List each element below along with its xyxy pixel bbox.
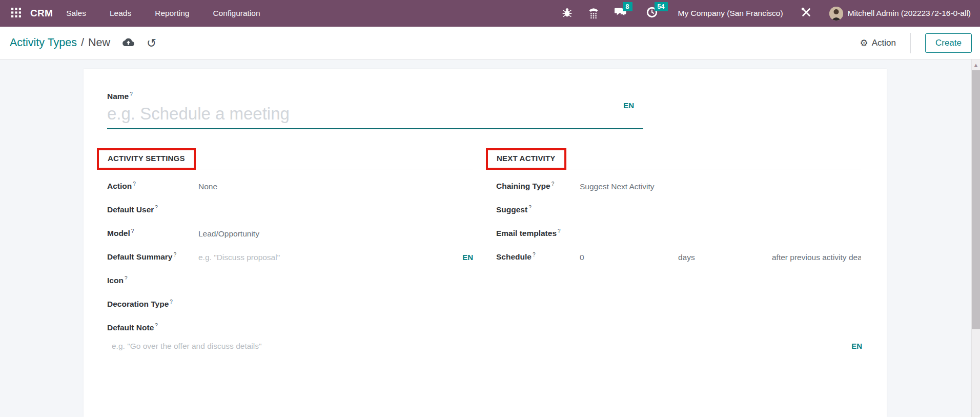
- default-note-translation-badge[interactable]: EN: [851, 342, 863, 350]
- top-navbar: CRM Sales Leads Reporting Configuration: [0, 0, 980, 27]
- messages-button[interactable]: 8: [615, 7, 627, 20]
- scrollbar-thumb[interactable]: [972, 70, 980, 329]
- default-note-field-label: Default Note?: [107, 323, 198, 332]
- next-activity-section: NEXT ACTIVITY Chaining Type? Suggest Nex…: [496, 148, 861, 335]
- chaining-type-field-row: Chaining Type? Suggest Next Activity: [496, 181, 861, 194]
- user-avatar[interactable]: [829, 7, 843, 21]
- decoration-type-field-label: Decoration Type?: [107, 299, 198, 309]
- default-user-field-row: Default User?: [107, 205, 473, 217]
- name-help-marker: ?: [130, 91, 133, 97]
- schedule-field-row: Schedule? 0 days after previous activity…: [496, 252, 861, 265]
- vertical-scrollbar[interactable]: ▲: [971, 59, 980, 417]
- default-summary-input[interactable]: [198, 253, 462, 262]
- breadcrumb-current: New: [88, 36, 110, 49]
- model-field-row: Model? Lead/Opportunity: [107, 228, 473, 241]
- default-user-field-label: Default User?: [107, 205, 198, 214]
- model-field-value[interactable]: Lead/Opportunity: [198, 229, 259, 239]
- phone-dialer-icon: [588, 6, 599, 21]
- decoration-type-field-row: Decoration Type?: [107, 299, 473, 312]
- user-menu[interactable]: Mitchell Admin (20222372-16-0-all): [848, 9, 971, 18]
- gear-icon: ⚙: [860, 37, 868, 48]
- tools-icon: [801, 7, 812, 20]
- save-record-button[interactable]: [122, 37, 134, 48]
- menu-configuration[interactable]: Configuration: [213, 9, 260, 18]
- activity-type-form-sheet: Name? EN ACTIVITY SETTINGS Action? None: [84, 69, 887, 417]
- schedule-field-label: Schedule?: [496, 252, 580, 262]
- company-switcher[interactable]: My Company (San Francisco): [678, 9, 783, 18]
- menu-sales[interactable]: Sales: [66, 9, 86, 18]
- action-field-row: Action? None: [107, 181, 473, 194]
- create-button[interactable]: Create: [925, 33, 972, 53]
- activity-settings-section: ACTIVITY SETTINGS Action? None Default U…: [107, 148, 473, 335]
- email-templates-field-row: Email templates?: [496, 228, 861, 241]
- breadcrumb-activity-types-link[interactable]: Activity Types: [10, 36, 77, 49]
- name-field-group: Name? EN: [107, 91, 863, 129]
- breadcrumb-separator: /: [81, 36, 84, 49]
- default-summary-field-row: Default Summary? EN: [107, 252, 473, 265]
- apps-menu-button[interactable]: [9, 6, 23, 22]
- content-area: Name? EN ACTIVITY SETTINGS Action? None: [0, 59, 980, 417]
- default-note-editor-row: EN: [107, 342, 863, 351]
- action-field-value[interactable]: None: [198, 182, 217, 191]
- action-menu-button[interactable]: ⚙ Action: [860, 37, 896, 48]
- suggest-field-label: Suggest?: [496, 205, 580, 214]
- default-summary-field-label: Default Summary?: [107, 252, 198, 262]
- chaining-type-field-label: Chaining Type?: [496, 181, 580, 191]
- undo-icon: ↺: [147, 38, 156, 48]
- control-panel: Activity Types / New ↺ ⚙ Action Create: [0, 27, 980, 59]
- debug-menu-button[interactable]: [562, 7, 573, 20]
- menu-leads[interactable]: Leads: [110, 9, 131, 18]
- breadcrumb: Activity Types / New: [10, 36, 110, 49]
- activities-count-badge: 54: [655, 2, 668, 11]
- schedule-trigger-select[interactable]: after previous activity deadline: [772, 253, 861, 262]
- schedule-interval-input[interactable]: 0: [580, 253, 678, 262]
- activity-settings-annotation-box: ACTIVITY SETTINGS: [97, 148, 196, 170]
- default-note-field-row: Default Note?: [107, 323, 473, 335]
- next-activity-title: NEXT ACTIVITY: [497, 154, 556, 163]
- name-field-label: Name: [107, 92, 129, 101]
- bug-icon: [562, 7, 573, 20]
- action-menu-label: Action: [872, 38, 896, 48]
- current-app-name[interactable]: CRM: [30, 8, 53, 19]
- suggest-field-row: Suggest?: [496, 205, 861, 217]
- next-activity-annotation-box: NEXT ACTIVITY: [486, 148, 566, 170]
- icon-field-label: Icon?: [107, 275, 198, 285]
- activity-settings-title: ACTIVITY SETTINGS: [108, 154, 185, 163]
- icon-field-row: Icon?: [107, 275, 473, 288]
- default-summary-translation-badge[interactable]: EN: [462, 253, 473, 262]
- app-menubar: Sales Leads Reporting Configuration: [66, 9, 283, 18]
- action-field-label: Action?: [107, 181, 198, 191]
- menu-reporting[interactable]: Reporting: [155, 9, 189, 18]
- activities-button[interactable]: 54: [646, 7, 658, 20]
- softphone-button[interactable]: [588, 6, 599, 21]
- model-field-label: Model?: [107, 228, 198, 238]
- name-input[interactable]: [107, 104, 643, 129]
- support-tools-button[interactable]: [801, 7, 812, 20]
- default-note-input[interactable]: [107, 342, 845, 351]
- chaining-type-field-value[interactable]: Suggest Next Activity: [580, 182, 655, 191]
- messages-count-badge: 8: [623, 2, 632, 11]
- control-panel-divider: [910, 33, 911, 53]
- discard-changes-button[interactable]: ↺: [147, 38, 156, 48]
- schedule-unit-select[interactable]: days: [678, 253, 772, 262]
- cloud-upload-icon: [122, 37, 134, 48]
- email-templates-field-label: Email templates?: [496, 228, 580, 238]
- scrollbar-up-arrow-icon[interactable]: ▲: [972, 59, 980, 68]
- name-translation-badge[interactable]: EN: [623, 101, 634, 110]
- apps-grid-icon: [11, 8, 21, 19]
